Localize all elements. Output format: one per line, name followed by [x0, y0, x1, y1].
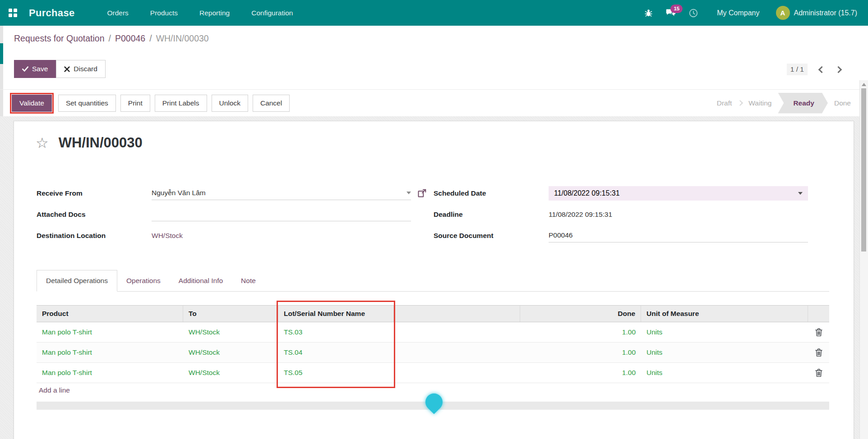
discard-button[interactable]: Discard — [56, 60, 106, 78]
highlight-box-validate: Validate — [10, 93, 54, 114]
state-done[interactable]: Done — [834, 99, 851, 107]
menu-configuration[interactable]: Configuration — [242, 5, 302, 22]
message-count-badge: 15 — [670, 5, 683, 14]
app-brand-title[interactable]: Purchase — [29, 7, 74, 19]
vertical-scrollbar[interactable] — [859, 80, 868, 439]
destination-location-value[interactable]: WH/Stock — [152, 232, 183, 240]
scheduled-date-value: 11/08/2022 09:15:31 — [554, 189, 620, 197]
state-draft[interactable]: Draft — [717, 99, 732, 107]
debug-bug-icon[interactable] — [639, 4, 657, 22]
tab-additional-info[interactable]: Additional Info — [170, 270, 232, 291]
receive-from-input[interactable]: Nguyễn Văn Lâm — [152, 187, 411, 200]
cell-unit-of-measure[interactable]: Units — [641, 322, 808, 342]
apps-grid-icon[interactable] — [0, 0, 25, 26]
field-column-left: Receive From Nguyễn Văn Lâm — [37, 183, 434, 246]
header-blank — [394, 306, 520, 322]
validate-button[interactable]: Validate — [12, 95, 52, 112]
field-grid: Receive From Nguyễn Văn Lâm — [37, 183, 831, 246]
delete-row-trash-icon[interactable] — [815, 348, 822, 357]
scheduled-date-label: Scheduled Date — [434, 189, 549, 197]
attached-docs-label: Attached Docs — [37, 210, 152, 219]
cell-product[interactable]: Man polo T-shirt — [37, 363, 183, 383]
cell-actions — [808, 363, 829, 383]
messages-chat-icon[interactable]: 15 — [662, 4, 680, 22]
header-done[interactable]: Done — [520, 306, 641, 322]
set-quantities-button[interactable]: Set quantities — [58, 95, 116, 112]
cell-to[interactable]: WH/Stock — [183, 343, 278, 362]
cell-done[interactable]: 1.00 — [520, 363, 641, 383]
cell-to[interactable]: WH/Stock — [183, 322, 278, 342]
header-lot-serial[interactable]: Lot/Serial Number Name — [278, 306, 394, 322]
content-area: ☆ WH/IN/00030 Receive From Nguyễn Văn Lâ… — [0, 116, 868, 439]
breadcrumb-separator: / — [149, 33, 152, 44]
title-row: ☆ WH/IN/00030 — [36, 135, 143, 151]
receive-from-value: Nguyễn Văn Lâm — [152, 189, 206, 197]
main-menu: Orders Products Reporting Configuration — [98, 5, 302, 22]
dropdown-caret-icon[interactable] — [406, 192, 411, 194]
table-row: Man polo T-shirt WH/Stock TS.03 1.00 Uni… — [37, 322, 829, 343]
user-menu[interactable]: A Administrator (15.7) — [776, 6, 860, 20]
tab-detailed-operations[interactable]: Detailed Operations — [37, 270, 117, 292]
cell-done[interactable]: 1.00 — [520, 322, 641, 342]
save-discard-bar: Save Discard — [14, 60, 106, 78]
cell-lot-serial[interactable]: TS.03 — [278, 322, 394, 342]
print-labels-button[interactable]: Print Labels — [155, 95, 207, 112]
state-ready-active[interactable]: Ready — [778, 93, 828, 114]
cell-unit-of-measure[interactable]: Units — [641, 343, 808, 362]
menu-products[interactable]: Products — [141, 5, 187, 22]
source-document-input[interactable]: P00046 — [549, 229, 808, 242]
header-to[interactable]: To — [183, 306, 278, 322]
external-link-icon[interactable] — [417, 189, 426, 198]
destination-location-label: Destination Location — [37, 232, 152, 240]
breadcrumb-link-order[interactable]: P00046 — [115, 33, 145, 44]
cell-actions — [808, 343, 829, 362]
tab-operations[interactable]: Operations — [117, 270, 170, 291]
cell-product[interactable]: Man polo T-shirt — [37, 322, 183, 342]
attached-docs-input[interactable] — [152, 208, 411, 221]
state-waiting[interactable]: Waiting — [748, 99, 771, 107]
cell-product[interactable]: Man polo T-shirt — [37, 343, 183, 362]
tab-note[interactable]: Note — [232, 270, 265, 291]
favorite-star-icon[interactable]: ☆ — [36, 136, 49, 150]
scroll-up-arrow-icon[interactable] — [862, 83, 866, 86]
company-switcher[interactable]: My Company — [707, 9, 771, 17]
cell-done[interactable]: 1.00 — [520, 343, 641, 362]
scheduled-date-input[interactable]: 11/08/2022 09:15:31 — [549, 186, 808, 201]
form-sheet: ☆ WH/IN/00030 Receive From Nguyễn Văn Lâ… — [14, 121, 854, 439]
navbar-right: 15 My Company A Administrator (15.7) — [639, 4, 868, 22]
cancel-button[interactable]: Cancel — [253, 95, 290, 112]
breadcrumb-separator: / — [109, 33, 111, 44]
add-a-line-link[interactable]: Add a line — [39, 386, 70, 394]
print-button[interactable]: Print — [120, 95, 150, 112]
header-product[interactable]: Product — [37, 306, 183, 322]
left-edge-accent — [0, 43, 3, 64]
cell-lot-serial[interactable]: TS.04 — [278, 343, 394, 362]
menu-reporting[interactable]: Reporting — [190, 5, 239, 22]
cell-to[interactable]: WH/Stock — [183, 363, 278, 383]
discard-label: Discard — [74, 65, 97, 73]
unlock-button[interactable]: Unlock — [212, 95, 248, 112]
delete-row-trash-icon[interactable] — [815, 328, 822, 336]
menu-orders[interactable]: Orders — [98, 5, 137, 22]
check-icon — [22, 66, 28, 72]
pager-previous-icon[interactable] — [818, 66, 826, 73]
activities-clock-icon[interactable] — [684, 4, 702, 22]
source-document-label: Source Document — [434, 232, 549, 240]
source-document-value: P00046 — [549, 231, 573, 239]
vertical-scrollbar-thumb[interactable] — [861, 88, 866, 252]
delete-row-trash-icon[interactable] — [815, 369, 822, 377]
navbar-left: Purchase Orders Products Reporting Confi… — [0, 0, 302, 26]
field-attached-docs: Attached Docs — [37, 204, 434, 225]
cell-unit-of-measure[interactable]: Units — [641, 363, 808, 383]
record-title: WH/IN/00030 — [59, 135, 143, 151]
table-row: Man polo T-shirt WH/Stock TS.05 1.00 Uni… — [37, 363, 829, 383]
field-deadline: Deadline 11/08/2022 09:15:31 — [434, 204, 831, 225]
breadcrumb-link-requests[interactable]: Requests for Quotation — [14, 33, 105, 44]
pager-next-icon[interactable] — [835, 66, 842, 73]
field-scheduled-date: Scheduled Date 11/08/2022 09:15:31 — [434, 183, 831, 204]
cell-lot-serial[interactable]: TS.05 — [278, 363, 394, 383]
datepicker-caret-icon[interactable] — [798, 192, 803, 195]
save-button[interactable]: Save — [14, 60, 56, 78]
statusbar-actions: Validate Set quantities Print Print Labe… — [10, 93, 290, 114]
header-unit-of-measure[interactable]: Unit of Measure — [641, 306, 808, 322]
